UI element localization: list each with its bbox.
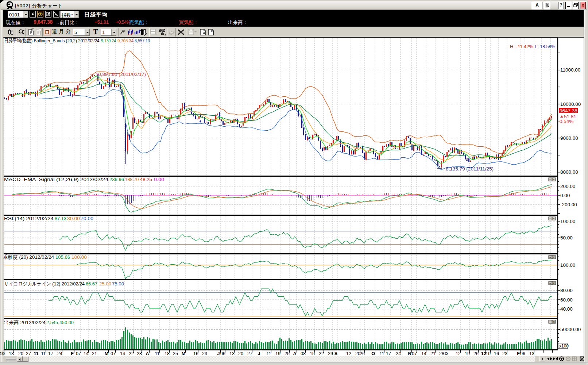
svg-text:30.00: 30.00 bbox=[67, 216, 80, 221]
svg-text:−: − bbox=[549, 256, 551, 259]
svg-text:A: A bbox=[293, 351, 296, 356]
svg-text:M: M bbox=[105, 351, 108, 356]
svg-text:9,703.34: 9,703.34 bbox=[117, 38, 134, 43]
svg-text:16: 16 bbox=[494, 351, 499, 356]
svg-text:75.00: 75.00 bbox=[112, 281, 124, 287]
svg-text:06: 06 bbox=[520, 351, 525, 356]
svg-text:17: 17 bbox=[48, 351, 53, 356]
svg-text:25: 25 bbox=[173, 351, 178, 356]
svg-text:07: 07 bbox=[111, 351, 116, 356]
svg-text:18: 18 bbox=[165, 351, 170, 356]
svg-text:08: 08 bbox=[301, 351, 306, 356]
svg-text:26: 26 bbox=[360, 351, 365, 356]
svg-text:10: 10 bbox=[486, 351, 491, 356]
svg-text:11: 11 bbox=[380, 351, 384, 356]
svg-text:2,545,450.00: 2,545,450.00 bbox=[46, 320, 74, 325]
svg-text:9647.38: 9647.38 bbox=[560, 108, 577, 114]
svg-text:-200.00: -200.00 bbox=[560, 202, 577, 207]
svg-text:9000.00: 9000.00 bbox=[560, 135, 578, 141]
svg-text:−: − bbox=[549, 281, 551, 285]
svg-text:A: A bbox=[146, 351, 149, 356]
svg-text:11000.00: 11000.00 bbox=[560, 67, 580, 73]
svg-text:28: 28 bbox=[137, 351, 142, 356]
svg-text:24: 24 bbox=[57, 351, 62, 356]
svg-text:06: 06 bbox=[220, 351, 225, 356]
svg-text:10,891.60 (2011/02/17): 10,891.60 (2011/02/17) bbox=[96, 72, 146, 77]
svg-text:26: 26 bbox=[473, 351, 479, 356]
svg-text:25: 25 bbox=[285, 351, 290, 356]
svg-text:200.00: 200.00 bbox=[560, 184, 575, 189]
svg-text:80.00: 80.00 bbox=[560, 288, 573, 293]
svg-text:16: 16 bbox=[193, 351, 198, 356]
svg-text:21: 21 bbox=[430, 351, 436, 356]
svg-text:20: 20 bbox=[18, 351, 23, 356]
svg-text:×: × bbox=[553, 217, 555, 220]
svg-text:O: O bbox=[371, 351, 375, 356]
svg-text:14: 14 bbox=[421, 351, 426, 356]
svg-text:日経平均(指数) Bollinger_Bands (20,2: 日経平均(指数) Bollinger_Bands (20,2) 2012/02/… bbox=[4, 38, 100, 43]
svg-text:RSI (14) 2012/02/24: RSI (14) 2012/02/24 bbox=[4, 216, 54, 221]
svg-text:25.00: 25.00 bbox=[99, 281, 111, 287]
svg-text:8,557.13: 8,557.13 bbox=[135, 38, 150, 43]
svg-text:13: 13 bbox=[9, 351, 14, 356]
svg-text:27: 27 bbox=[26, 351, 31, 356]
svg-text:60.00: 60.00 bbox=[560, 297, 573, 303]
svg-text:M: M bbox=[182, 351, 185, 356]
svg-text:100.00: 100.00 bbox=[560, 262, 575, 268]
svg-text:14: 14 bbox=[84, 351, 89, 356]
svg-text:12: 12 bbox=[456, 351, 461, 356]
svg-text:15: 15 bbox=[310, 351, 315, 356]
svg-text:22: 22 bbox=[129, 351, 134, 356]
svg-text:H: -11.42%: H: -11.42% bbox=[510, 44, 533, 49]
svg-text:0.54%: 0.54% bbox=[560, 119, 573, 124]
svg-text:28: 28 bbox=[439, 351, 444, 356]
svg-text:×: × bbox=[553, 320, 555, 324]
svg-text:8000.00: 8000.00 bbox=[560, 169, 578, 175]
svg-text:D: D bbox=[444, 351, 448, 356]
svg-text:12: 12 bbox=[346, 351, 351, 356]
svg-text:50.00: 50.00 bbox=[560, 235, 573, 241]
svg-text:24: 24 bbox=[396, 351, 401, 356]
svg-text:サイコロジカルライン (12) 2012/02/24: サイコロジカルライン (12) 2012/02/24 bbox=[4, 281, 85, 287]
svg-text:−: − bbox=[549, 217, 551, 220]
svg-text:L: 18.58%: L: 18.58% bbox=[535, 44, 555, 49]
svg-text:出来高 2012/02/24: 出来高 2012/02/24 bbox=[4, 320, 46, 325]
svg-text:48.25: 48.25 bbox=[140, 177, 152, 182]
svg-text:19: 19 bbox=[275, 351, 281, 356]
svg-text:×: × bbox=[553, 281, 555, 285]
svg-text:11: 11 bbox=[155, 351, 160, 356]
svg-text:×: × bbox=[553, 178, 555, 181]
svg-text:8,135.79 (2011/11/25): 8,135.79 (2011/11/25) bbox=[446, 166, 494, 172]
svg-text:40.00: 40.00 bbox=[560, 306, 573, 312]
svg-text:9,130.24: 9,130.24 bbox=[101, 38, 116, 43]
svg-text:10000.00: 10000.00 bbox=[560, 101, 581, 107]
svg-text:14: 14 bbox=[120, 351, 125, 356]
svg-text:0.00: 0.00 bbox=[154, 177, 164, 182]
svg-text:66.67: 66.67 bbox=[86, 281, 97, 287]
svg-text:N: N bbox=[408, 351, 411, 356]
svg-text:×: × bbox=[553, 256, 555, 259]
svg-text:F: F bbox=[517, 351, 520, 356]
svg-text:105.66: 105.66 bbox=[55, 254, 70, 260]
svg-text:11: 11 bbox=[34, 351, 38, 356]
svg-text:23: 23 bbox=[502, 351, 507, 356]
svg-text:07: 07 bbox=[412, 351, 417, 356]
svg-text:100.00: 100.00 bbox=[560, 219, 575, 224]
svg-text:87.13: 87.13 bbox=[55, 216, 66, 221]
svg-text:J: J bbox=[258, 351, 260, 356]
svg-text:J: J bbox=[217, 351, 220, 356]
svg-text:29: 29 bbox=[328, 351, 333, 356]
svg-text:70.00: 70.00 bbox=[81, 216, 93, 221]
svg-text:23: 23 bbox=[202, 351, 207, 356]
svg-text:13: 13 bbox=[229, 351, 235, 356]
svg-text:乖離度 (20) 2012/02/24: 乖離度 (20) 2012/02/24 bbox=[3, 254, 54, 260]
svg-text:20: 20 bbox=[238, 351, 243, 356]
svg-text:0.00: 0.00 bbox=[560, 193, 570, 198]
svg-text:F: F bbox=[71, 351, 74, 356]
svg-text:P: P bbox=[211, 29, 213, 33]
svg-text:11: 11 bbox=[41, 351, 46, 356]
svg-text:−: − bbox=[549, 178, 551, 181]
svg-text:50000.00: 50000.00 bbox=[560, 327, 581, 332]
svg-text:x100: x100 bbox=[559, 343, 569, 349]
svg-text:27: 27 bbox=[247, 351, 252, 356]
